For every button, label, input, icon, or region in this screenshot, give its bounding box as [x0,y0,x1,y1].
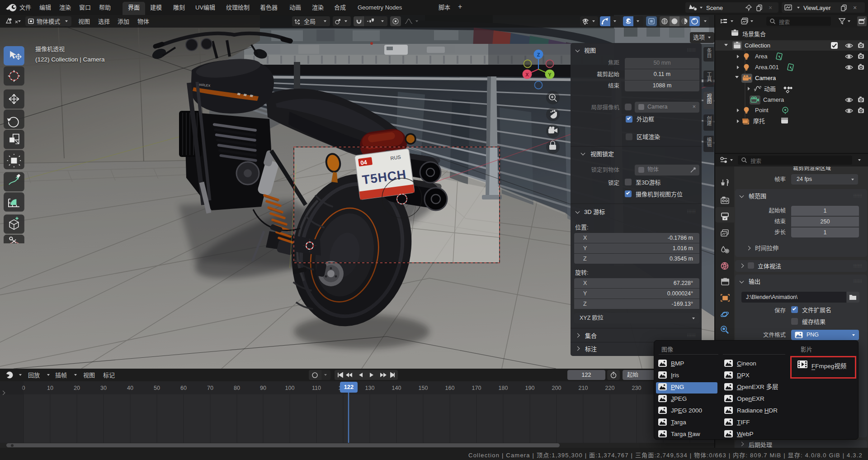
svg-text:70: 70 [207,385,213,391]
svg-text:场景集合: 场景集合 [742,31,766,38]
svg-text:100: 100 [285,385,295,391]
svg-text:160: 160 [445,385,455,391]
svg-text:Y: Y [548,72,552,77]
svg-text:DPX: DPX [737,372,750,379]
svg-text:60: 60 [180,385,187,391]
svg-text:TIFF: TIFF [737,419,750,426]
svg-text:Iris: Iris [671,372,679,379]
svg-text:210: 210 [579,385,588,391]
svg-text:OpenEXR 多层: OpenEXR 多层 [737,383,778,390]
svg-text:180: 180 [499,385,508,391]
svg-text:30: 30 [100,385,107,391]
svg-text:Targa: Targa [671,419,686,426]
svg-text:X: X [525,72,529,77]
svg-text:110: 110 [312,385,321,391]
svg-text:Camera: Camera [763,96,784,103]
svg-text:Z: Z [537,52,540,57]
svg-text:40: 40 [127,385,133,391]
svg-text:220: 220 [605,385,615,391]
svg-text:50: 50 [154,385,160,391]
svg-text:150: 150 [419,385,428,391]
svg-text:Area: Area [755,53,768,60]
svg-text:Collection: Collection [745,42,770,49]
svg-text:80: 80 [234,385,240,391]
svg-text:JPEG: JPEG [671,395,687,402]
svg-text:190: 190 [525,385,535,391]
svg-text:WebP: WebP [737,431,754,437]
svg-text:130: 130 [365,385,375,391]
svg-text:动画: 动画 [764,85,776,92]
svg-text:摩托: 摩托 [753,118,765,124]
svg-text:170: 170 [472,385,481,391]
svg-text:Camera: Camera [755,75,776,81]
svg-text:Area.001: Area.001 [755,64,779,71]
svg-text:Radiance HDR: Radiance HDR [737,407,778,414]
svg-text:Cineon: Cineon [737,360,756,367]
svg-text:Point: Point [755,107,769,114]
svg-text:BMP: BMP [671,360,684,367]
svg-text:JPEG 2000: JPEG 2000 [671,407,702,414]
svg-text:OpenEXR: OpenEXR [737,395,764,402]
svg-text:Targa Raw: Targa Raw [671,431,700,437]
svg-text:10: 10 [47,385,53,391]
svg-text:200: 200 [552,385,561,391]
svg-text:140: 140 [392,385,401,391]
svg-text:90: 90 [260,385,266,391]
svg-text:230: 230 [632,385,642,391]
svg-text:04: 04 [360,159,368,166]
svg-text:PNG: PNG [671,384,684,390]
svg-text:20: 20 [74,385,80,391]
